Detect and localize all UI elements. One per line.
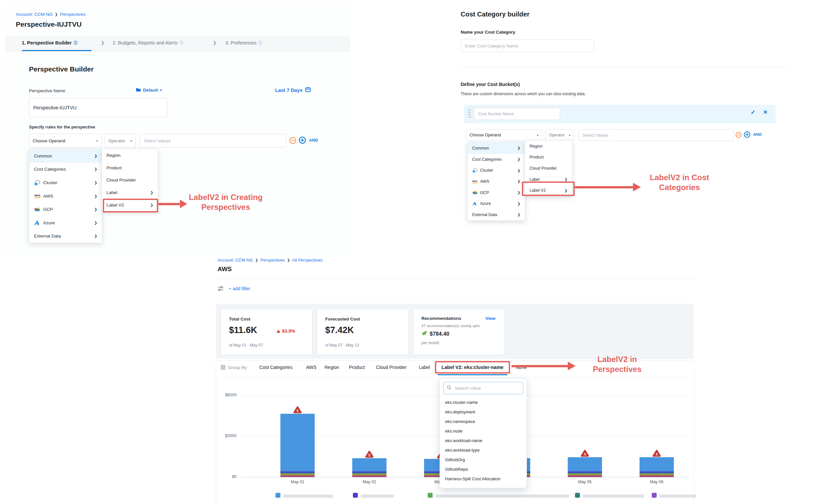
menu-label: Azure [43,220,55,225]
dd-item-githuborg[interactable]: GithubOrg [440,455,526,465]
dd-item-githubrepo[interactable]: GithubRepo [440,465,526,474]
menu-item-cluster[interactable]: Cluster❯ [29,176,102,189]
menu-item-gcp[interactable]: GCP❯ [29,203,102,216]
labelv2-value-dropdown: eks:cluster-name eks:deployment eks:name… [439,378,527,488]
search-value-input[interactable] [454,385,518,391]
calendar-icon [305,87,311,93]
menu-item-cost-categories[interactable]: Cost Categories❯ [467,154,525,165]
chevron-right-icon: ❯ [255,258,258,262]
date-range-label: Last 7 Days [275,87,303,93]
view-recommendations-link[interactable]: View [485,316,495,321]
menu-item-common[interactable]: Common❯ [467,143,525,154]
close-bucket-button[interactable]: ✕ [763,109,767,115]
reco-subtitle: 47 recommendation(s) saving upto [422,324,480,328]
date-range-picker[interactable]: Last 7 Days [275,87,311,93]
cost-category-name-input[interactable] [461,39,595,52]
card-period: of May 07 - May 13 [325,343,359,348]
menu-label: External Data [34,234,61,238]
dd-item-eks-node[interactable]: eks:node [440,426,526,436]
dd-item-eks-deployment[interactable]: eks:deployment [440,407,526,417]
annotation-creating-perspectives: LabelV2 in Creating Perspectives [183,192,268,212]
add-rule-button[interactable] [298,137,306,145]
groupby-cost-categories[interactable]: Cost Categories [259,365,292,370]
filter-icon[interactable] [218,286,224,293]
menu-item-aws[interactable]: aws AWS❯ [29,189,102,203]
folder-selector[interactable]: Default ▾ [136,87,162,93]
breadcrumb-account-link[interactable]: Account: CCM-NG [218,258,253,263]
labelv2-highlight-box [103,199,158,212]
submenu-item-product[interactable]: Product [102,162,158,174]
cc-add-rule-button[interactable] [744,131,751,139]
submenu-item-label[interactable]: Label❯ [102,186,158,199]
cc-remove-rule-button[interactable] [736,132,742,139]
submenu-item-region[interactable]: Region [102,149,158,162]
chevron-right-icon: ❯ [94,195,97,198]
choose-operand-select[interactable]: Choose Operand ▾ [29,134,102,148]
cc-and-operator-button[interactable]: AND [753,132,762,137]
dd-item-eks-cluster-name[interactable]: eks:cluster-name [440,397,526,407]
chevron-right-icon: ❯ [518,146,520,150]
cc-name-label: Name your Cost Category [461,30,515,35]
menu-label: AWS [480,179,489,184]
labelv2-highlight-box [522,181,575,196]
cost-bucket-name-input[interactable] [474,108,560,120]
submenu-item-cloud-provider[interactable]: Cloud Provider [525,163,572,174]
tab-budgets-reports-alerts[interactable]: 2. Budgets, Reports and Alerts ⓘ [113,40,183,46]
dd-item-eks-workload-type[interactable]: eks:workload-type [440,445,526,455]
cost-bucket-subtitle: These are custom dimensions across which… [461,92,586,96]
tab-preferences[interactable]: 3. Preferences ⓘ [225,40,262,46]
menu-item-aws[interactable]: aws AWS❯ [467,176,525,187]
chevron-right-icon: ❯ [101,40,105,45]
cc-operator-select[interactable]: Operator ▾ [545,129,574,141]
groupby-aws[interactable]: AWS [306,365,316,370]
submenu-item-product[interactable]: Product [525,152,572,163]
drag-handle-icon[interactable] [468,109,471,120]
tab-label: 1. Perspective Builder [22,40,72,46]
operator-select[interactable]: Operator ▾ [105,134,136,148]
breadcrumb-all-perspectives-link[interactable]: All Perspectives [292,258,322,263]
menu-label: GCP [43,207,53,212]
confirm-bucket-button[interactable]: ✓ [751,109,755,116]
dd-item-eks-workload-name[interactable]: eks:workload-name [440,436,526,445]
add-filter-button[interactable]: + add filter [229,286,251,291]
and-operator-button[interactable]: AND [309,138,318,143]
cc-select-values-input[interactable] [578,129,734,141]
breadcrumb-account-link[interactable]: Account: CCM-NG [16,12,53,17]
groupby-label[interactable]: Label [419,365,430,370]
menu-item-external-data[interactable]: External Data❯ [467,209,525,220]
cc-choose-operand-select[interactable]: Choose Operand ▾ [466,129,542,141]
menu-item-gcp[interactable]: GCP❯ [467,187,525,198]
card-label: Total Cost [229,317,251,322]
chevron-down-icon: ▾ [131,139,132,143]
groupby-region[interactable]: Region [324,365,339,370]
submenu-item-region[interactable]: Region [525,141,572,152]
chevron-right-icon: ❯ [518,180,520,183]
tab-perspective-builder[interactable]: 1. Perspective Builder ⓘ [22,40,78,46]
menu-item-azure[interactable]: Azure❯ [29,216,102,230]
leaf-icon [422,330,427,337]
dd-item-harness-split-cost-allocation[interactable]: Harness-Split Cost Allocation [440,474,526,483]
groupby-product[interactable]: Product [349,365,365,370]
groupby-cloud-provider[interactable]: Cloud Provider [376,365,407,370]
remove-rule-button[interactable] [289,137,296,145]
operand-menu: Common❯ Cost Categories❯ Cluster❯ aws AW… [29,149,102,243]
select-values-input[interactable] [140,134,286,148]
aws-title: AWS [218,266,232,273]
menu-item-azure[interactable]: Azure❯ [467,198,525,209]
aws-icon: aws [34,194,43,199]
dd-item-eks-namespace[interactable]: eks:namespace [440,417,526,426]
breadcrumb-perspectives-link[interactable]: Perspectives [260,258,285,263]
annotation-arrow-line [158,203,180,205]
breadcrumb-perspectives-link[interactable]: Perspectives [60,12,85,17]
menu-item-cost-categories[interactable]: Cost Categories❯ [29,163,102,176]
card-label: Forecasted Cost [325,317,360,322]
menu-item-cluster[interactable]: Cluster❯ [467,165,525,176]
groupby-labelv2-active[interactable]: Label V2: eks:cluster-name [441,365,504,370]
menu-item-common[interactable]: Common❯ [29,149,102,163]
perspective-name-input[interactable] [29,98,167,117]
screenshot-root: Account: CCM-NG ❯ Perspectives Perspecti… [0,0,831,504]
search-value-box[interactable] [443,382,523,394]
menu-item-external-data[interactable]: External Data❯ [29,230,102,243]
section-divider [461,67,789,67]
submenu-item-cloud-provider[interactable]: Cloud Provider [102,174,158,186]
